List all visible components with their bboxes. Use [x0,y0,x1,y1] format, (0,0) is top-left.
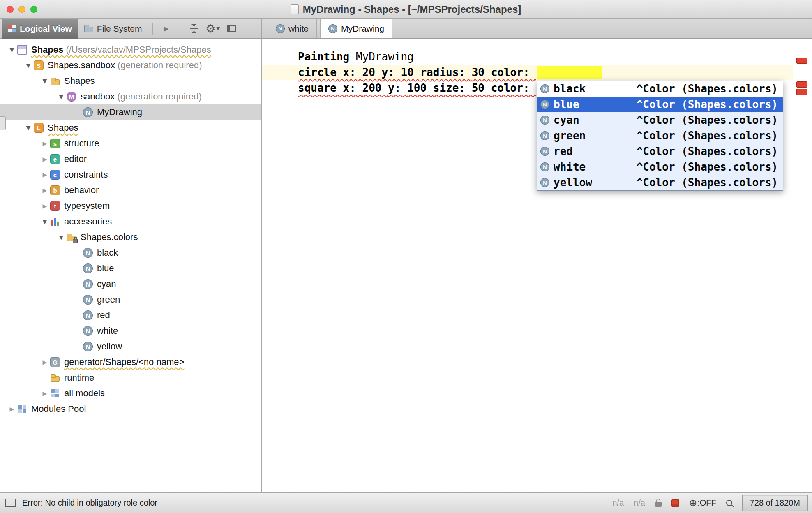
node-icon: N [540,162,549,171]
tree-item-yellow[interactable]: Nyellow [0,339,261,354]
tree-item-sandbox[interactable]: ▼Msandbox (generation required) [0,89,261,104]
tree-item-green[interactable]: Ngreen [0,292,261,307]
minimize-button[interactable] [18,6,25,13]
mps-window: MyDrawing - Shapes - [~/MPSProjects/Shap… [0,0,812,513]
editor[interactable]: Painting MyDrawingcircle x: 20 y: 10 rad… [262,39,812,492]
tree-item-white[interactable]: Nwhite [0,323,261,339]
completion-item-white[interactable]: Nwhite^Color (Shapes.colors) [537,159,783,175]
project-icon [17,45,27,55]
lock-icon[interactable] [655,502,662,507]
tree-item-suffix: (generation required) [115,60,202,70]
editor-tab-mydrawing[interactable]: NMyDrawing [320,19,392,38]
expand-node-button[interactable]: ▶ [157,19,176,39]
memory-indicator[interactable]: 728 of 1820M [742,495,808,511]
editor-tab-white[interactable]: Nwhite [268,19,317,38]
expanded-arrow-icon[interactable]: ▼ [23,62,34,69]
tree-item-shapes[interactable]: ▼Shapes (/Users/vaclav/MPSProjects/Shape… [0,42,261,58]
tree-item-shapes[interactable]: ▼Shapes [0,73,261,89]
tree-item-editor[interactable]: ▶eeditor [0,151,261,167]
expanded-arrow-icon[interactable]: ▼ [23,125,34,131]
collapsed-arrow-icon[interactable]: ▶ [39,156,50,162]
tree-item-label: typesystem [64,201,110,211]
node-icon: N [83,263,93,273]
collapsed-arrow-icon[interactable]: ▶ [39,359,50,365]
tree-item-label: MyDrawing [97,107,142,118]
error-stripe-mark[interactable] [796,81,807,88]
hector-inspector-icon[interactable] [671,499,679,507]
logical-view-icon [8,25,16,33]
tree-item-black[interactable]: Nblack [0,245,261,261]
logical-view-button[interactable]: Logical View [2,19,78,39]
completion-item-cyan[interactable]: Ncyan^Color (Shapes.colors) [537,112,783,128]
zoom-button[interactable] [30,6,37,13]
tree-item-constraints[interactable]: ▶cconstraints [0,167,261,183]
collapsed-arrow-icon[interactable]: ▶ [39,140,50,147]
expanded-arrow-icon[interactable]: ▼ [56,234,67,240]
completion-item-label: red [554,145,573,157]
hide-panel-button[interactable] [222,19,241,39]
tree-item-shapes-sandbox[interactable]: ▼SShapes.sandbox (generation required) [0,58,261,73]
completion-item-red[interactable]: Nred^Color (Shapes.colors) [537,143,783,159]
generator-icon: G [50,357,60,367]
code-line-painting-declaration[interactable]: Painting MyDrawing [262,49,793,65]
tree-item-cyan[interactable]: Ncyan [0,276,261,292]
expanded-arrow-icon[interactable]: ▼ [39,218,50,225]
status-widgets: n/a n/a ⊕ :OFF 728 of 1820M [612,495,808,511]
tree-item-label: behavior [64,185,99,196]
completion-item-type: ^Color (Shapes.colors) [637,83,778,95]
collapse-all-button[interactable] [185,19,203,39]
project-toolbar: Logical View File System ▶ ⚙ ▼ [0,19,262,38]
completion-item-label: green [554,129,586,142]
file-system-button[interactable]: File System [78,19,148,39]
tool-window-stripe-button[interactable] [0,116,6,130]
tree-item-generator-shapes-no-name[interactable]: ▶Ggenerator/Shapes/<no name> [0,354,261,370]
accessories-icon [50,217,60,226]
tree-item-mydrawing[interactable]: NMyDrawing [0,104,261,120]
tree-item-runtime[interactable]: runtime [0,370,261,386]
behavior-icon: b [50,185,60,195]
expanded-arrow-icon[interactable]: ▼ [39,78,50,84]
tree-item-label: cyan [97,279,116,289]
settings-button[interactable]: ⚙ ▼ [203,19,222,39]
tree-item-all-models[interactable]: ▶all models [0,386,261,401]
completion-item-black[interactable]: Nblack^Color (Shapes.colors) [537,81,783,97]
tree-item-accessories[interactable]: ▼accessories [0,214,261,229]
expanded-arrow-icon[interactable]: ▼ [7,46,17,53]
tree-item-label: runtime [64,372,94,383]
tree-item-red[interactable]: Nred [0,307,261,323]
tree-item-blue[interactable]: Nblue [0,261,261,276]
error-stripe-mark[interactable] [796,89,807,95]
folder-icon [50,76,60,86]
toolwindow-toggle-icon[interactable] [5,499,16,507]
toolbar-divider [180,23,180,35]
close-button[interactable] [7,6,14,13]
highlighting-level-widget[interactable]: ⊕ :OFF [689,498,716,508]
tree-item-structure[interactable]: ▶sstructure [0,136,261,151]
tree-item-label: Shapes (/Users/vaclav/MPSProjects/Shapes [31,44,211,55]
color-edit-cell[interactable] [537,66,602,79]
tree-item-shapes[interactable]: ▼LShapes [0,120,261,136]
completion-item-type: ^Color (Shapes.colors) [637,176,778,189]
magnifier-icon[interactable] [726,500,732,506]
tree-item-behavior[interactable]: ▶bbehavior [0,183,261,198]
tree-item-modules-pool[interactable]: ▶Modules Pool [0,401,261,417]
collapse-all-icon [190,24,198,33]
completion-item-green[interactable]: Ngreen^Color (Shapes.colors) [537,128,783,143]
code-line-circle-statement[interactable]: circle x: 20 y: 10 radius: 30 color: [262,65,793,80]
collapsed-arrow-icon[interactable]: ▶ [39,187,50,194]
collapsed-arrow-icon[interactable]: ▶ [39,203,50,209]
collapsed-arrow-icon[interactable]: ▶ [39,390,50,397]
expanded-arrow-icon[interactable]: ▼ [56,93,67,100]
main-area: ▼Shapes (/Users/vaclav/MPSProjects/Shape… [0,39,812,492]
folder-icon [50,373,60,383]
tree-item-shapes-colors[interactable]: ▼Shapes.colors [0,229,261,245]
column-indicator: n/a [634,498,645,508]
collapsed-arrow-icon[interactable]: ▶ [39,171,50,178]
tree-item-typesystem[interactable]: ▶ttypesystem [0,198,261,214]
document-icon [291,4,299,14]
completion-item-blue[interactable]: Nblue^Color (Shapes.colors) [537,97,783,112]
error-stripe-mark[interactable] [796,58,807,64]
collapsed-arrow-icon[interactable]: ▶ [7,406,17,412]
tree-item-label: all models [64,388,105,399]
completion-item-yellow[interactable]: Nyellow^Color (Shapes.colors) [537,175,783,190]
